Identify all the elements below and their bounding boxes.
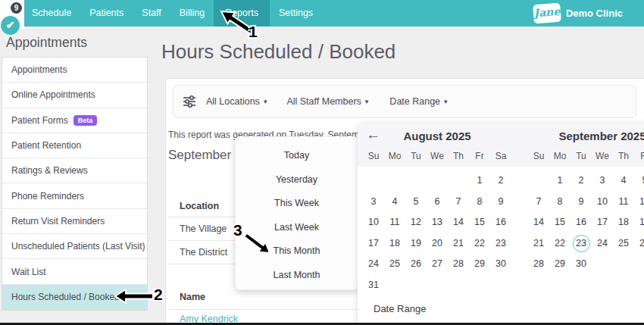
calendar-day[interactable]: 25: [384, 254, 405, 275]
calendar-day[interactable]: 15: [469, 212, 490, 233]
calendar-day[interactable]: 10: [592, 192, 613, 213]
sidebar-item-appointments[interactable]: Appointments: [2, 58, 147, 83]
calendar-day-number: 1: [477, 175, 483, 186]
calendar-day[interactable]: 19: [634, 212, 644, 233]
calendar-day[interactable]: 12: [405, 212, 427, 233]
calendar-day[interactable]: 5: [405, 192, 427, 213]
calendar-prev-icon[interactable]: ←: [366, 127, 380, 143]
calendar-day[interactable]: 7: [528, 192, 549, 213]
calendar-day[interactable]: 22: [549, 233, 571, 255]
calendar-day-number: 23: [496, 238, 506, 248]
nav-menu: SchedulePatientsStaffBillingReportsSetti…: [23, 0, 322, 27]
date-range-filter[interactable]: Date Range ▾: [389, 96, 447, 107]
calendar-day[interactable]: 28: [448, 254, 469, 275]
calendar-date-range-option[interactable]: Date Range: [374, 303, 426, 314]
calendar-day[interactable]: 4: [384, 192, 405, 213]
calendar-day[interactable]: 20: [427, 233, 448, 255]
sidebar-item-patient-forms[interactable]: Patient FormsBeta: [2, 108, 147, 133]
calendar-day[interactable]: 12: [634, 192, 644, 213]
date-menu-item-last-month[interactable]: Last Month: [236, 264, 358, 288]
calendar-day[interactable]: 28: [528, 254, 549, 275]
calendar-day[interactable]: 31: [363, 275, 384, 296]
calendar-day[interactable]: 14: [448, 212, 469, 233]
calendar-day-number: 18: [618, 217, 629, 227]
calendar-day[interactable]: 11: [613, 192, 634, 213]
locations-filter[interactable]: All Locations ▾: [206, 96, 267, 107]
calendar-day[interactable]: 29: [549, 254, 571, 275]
calendar-day[interactable]: 17: [592, 212, 613, 233]
sidebar-item-patient-retention[interactable]: Patient Retention: [2, 133, 147, 158]
nav-item-schedule[interactable]: Schedule: [23, 0, 80, 27]
calendar-day[interactable]: 5: [634, 170, 644, 192]
calendar-day[interactable]: 17: [363, 233, 384, 255]
calendar-day-number: 8: [558, 196, 563, 207]
calendar-day[interactable]: 11: [384, 212, 405, 233]
calendar-day[interactable]: 4: [613, 170, 634, 192]
calendar-day[interactable]: 8: [549, 192, 571, 213]
sidebar-item-phone-reminders[interactable]: Phone Reminders: [2, 183, 147, 208]
calendar-day[interactable]: 23: [571, 233, 592, 255]
calendar-empty-cell: [469, 275, 490, 296]
calendar-day[interactable]: 2: [571, 170, 592, 192]
calendar-day[interactable]: 18: [613, 212, 634, 233]
calendar-day[interactable]: 3: [592, 170, 613, 192]
calendar-day[interactable]: 9: [490, 192, 511, 213]
day-header: Tu: [571, 151, 592, 161]
calendar-day[interactable]: 6: [427, 192, 448, 213]
calendar-day[interactable]: 21: [528, 233, 549, 255]
day-header: Th: [613, 151, 634, 161]
date-menu-item-today[interactable]: Today: [236, 144, 358, 168]
calendar-day[interactable]: 16: [490, 212, 511, 233]
date-menu-item-this-week[interactable]: This Week: [236, 192, 358, 216]
calendar-day[interactable]: 14: [528, 212, 549, 233]
calendar-day[interactable]: 19: [405, 233, 427, 255]
sidebar-item-unscheduled-patients-last-visit[interactable]: Unscheduled Patients (Last Visit): [2, 234, 147, 259]
calendar-day[interactable]: 30: [571, 254, 592, 275]
nav-item-billing[interactable]: Billing: [170, 0, 214, 27]
calendar-day[interactable]: 2: [490, 170, 511, 192]
checkmark-icon[interactable]: ✔: [1, 16, 20, 35]
sidebar-item-online-appointments[interactable]: Online Appointments: [2, 83, 147, 108]
calendar-day[interactable]: 7: [448, 192, 469, 213]
calendar-day[interactable]: 26: [405, 254, 427, 275]
calendar-day-number: 31: [368, 280, 379, 290]
locations-filter-label: All Locations: [206, 96, 260, 107]
calendar-day[interactable]: 1: [549, 170, 571, 192]
calendar-day[interactable]: 21: [448, 233, 469, 255]
calendar-day[interactable]: 25: [613, 233, 634, 255]
calendar-day[interactable]: 15: [549, 212, 571, 233]
calendar-day[interactable]: 27: [427, 254, 448, 275]
calendar-day[interactable]: 8: [469, 192, 490, 213]
nav-item-settings[interactable]: Settings: [270, 0, 322, 27]
calendar-day[interactable]: 29: [469, 254, 490, 275]
calendar-day[interactable]: 16: [571, 212, 592, 233]
calendar-day[interactable]: 13: [427, 212, 448, 233]
nav-item-patients[interactable]: Patients: [80, 0, 133, 27]
calendar-day-number: 17: [597, 217, 608, 227]
calendar-day[interactable]: 23: [490, 233, 511, 255]
day-header: We: [427, 151, 448, 161]
calendar-day[interactable]: 3: [363, 192, 384, 213]
calendar-day[interactable]: 22: [469, 233, 490, 255]
calendar-day[interactable]: 18: [384, 233, 405, 255]
calendar-day-number: 21: [453, 238, 464, 248]
calendar-day[interactable]: 24: [592, 233, 613, 255]
calendar-day-number: 9: [499, 196, 504, 207]
calendar-day[interactable]: 9: [571, 192, 592, 213]
date-menu-item-yesterday[interactable]: Yesterday: [236, 168, 358, 192]
calendar-day[interactable]: 24: [363, 254, 384, 275]
calendar-day[interactable]: 26: [634, 233, 644, 255]
sidebar-item-wait-list[interactable]: Wait List: [2, 259, 147, 284]
calendar-day[interactable]: 1: [469, 170, 490, 192]
calendar-day[interactable]: 10: [363, 212, 384, 233]
date-range-calendar: ← August 2025SuMoTuWeThFrSa1234567891011…: [358, 123, 644, 325]
notification-badge[interactable]: 9: [9, 1, 23, 15]
calendar-day-number: 25: [618, 238, 629, 248]
clinic-name[interactable]: Demo Clinic: [566, 8, 623, 19]
sidebar-item-return-visit-reminders[interactable]: Return Visit Reminders: [2, 209, 147, 234]
staff-filter[interactable]: All Staff Members ▾: [286, 96, 368, 107]
sidebar-item-ratings-reviews[interactable]: Ratings & Reviews: [2, 158, 147, 183]
calendar-day[interactable]: 30: [490, 254, 511, 275]
calendar-day-number: 15: [474, 217, 485, 227]
nav-item-staff[interactable]: Staff: [133, 0, 170, 27]
